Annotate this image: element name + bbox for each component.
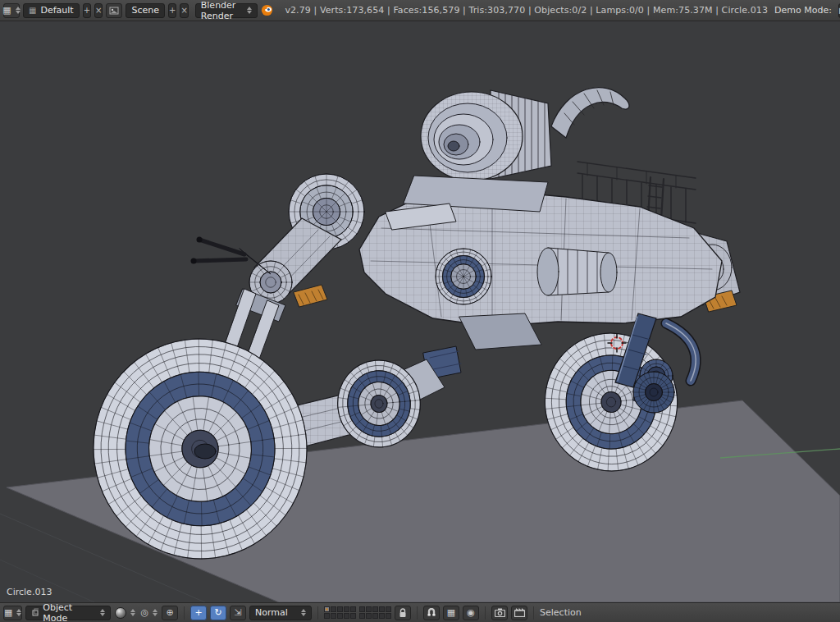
layer-block-1[interactable] xyxy=(324,606,356,619)
info-header: ▦ ▦ Default + × Scene + × Blender Render xyxy=(0,0,840,21)
chevron-updown-icon xyxy=(16,7,21,14)
chevron-updown-icon xyxy=(301,609,306,616)
camera-icon xyxy=(495,608,505,617)
selection-label: Selection xyxy=(540,607,582,618)
layer-cell[interactable] xyxy=(359,613,365,619)
close-layout-button[interactable]: × xyxy=(94,3,103,18)
layer-cell[interactable] xyxy=(331,606,336,612)
editor-grid-icon: ▦ xyxy=(4,607,12,618)
screen-layout-value: Default xyxy=(40,5,73,16)
layer-cell[interactable] xyxy=(372,606,378,612)
lock-to-scene-toggle[interactable] xyxy=(395,606,411,620)
layer-cell[interactable] xyxy=(379,606,385,612)
layout-icon: ▦ xyxy=(29,6,36,15)
editor-grid-icon: ▦ xyxy=(2,5,11,16)
layer-cell[interactable] xyxy=(344,613,349,619)
orientation-value: Normal xyxy=(255,607,288,618)
top-engine[interactable] xyxy=(421,90,551,181)
pivot-align-toggle[interactable]: ⊕ xyxy=(162,606,178,620)
layer-cell[interactable] xyxy=(350,613,356,619)
clapperboard-icon xyxy=(514,608,525,617)
layer-cell[interactable] xyxy=(344,606,349,612)
chevron-updown-icon xyxy=(153,609,158,616)
layer-cell[interactable] xyxy=(331,613,336,619)
rotate-icon: ↻ xyxy=(214,607,221,618)
opengl-render-anim-button[interactable] xyxy=(511,606,527,620)
magnet-icon xyxy=(427,608,436,618)
layer-cell[interactable] xyxy=(386,606,391,612)
brake-disc[interactable] xyxy=(633,372,674,413)
layer-cell[interactable] xyxy=(337,613,343,619)
active-object-label: Circle.013 xyxy=(7,587,52,597)
mode-select[interactable]: Object Mode xyxy=(25,606,111,620)
manipulator-scale-toggle[interactable]: ⇲ xyxy=(230,606,246,620)
close-scene-button[interactable]: × xyxy=(180,3,188,18)
demo-mode-label: Demo Mode: xyxy=(774,5,832,16)
browse-scene-button[interactable] xyxy=(106,3,122,18)
layer-cell[interactable] xyxy=(379,613,385,619)
layer-cell[interactable] xyxy=(366,613,372,619)
scene-statistics: v2.79 | Verts:173,654 | Faces:156,579 | … xyxy=(285,5,768,16)
layer-cell[interactable] xyxy=(386,613,391,619)
chevron-updown-icon xyxy=(130,609,135,616)
pivot-point-select[interactable]: ◎ xyxy=(139,606,158,620)
add-layout-button[interactable]: + xyxy=(83,3,91,18)
mode-value: Object Mode xyxy=(43,602,89,622)
snap-target-select[interactable]: ◉ xyxy=(463,606,479,620)
front-axle-cap xyxy=(194,444,216,459)
chevron-updown-icon xyxy=(100,609,105,616)
manipulator-rotate-toggle[interactable]: ↻ xyxy=(210,606,226,620)
scale-icon: ⇲ xyxy=(234,607,241,618)
render-engine-select[interactable]: Blender Render xyxy=(195,3,258,18)
blender-window: ▦ ▦ Default + × Scene + × Blender Render xyxy=(0,0,840,622)
scene-icon xyxy=(109,6,119,16)
lock-icon xyxy=(399,608,407,618)
screen-layout-select[interactable]: ▦ Default xyxy=(23,3,80,18)
viewport-canvas[interactable] xyxy=(0,21,840,602)
scene-value: Scene xyxy=(131,5,159,16)
layer-cell[interactable] xyxy=(337,606,343,612)
editor-type-button[interactable]: ▦ xyxy=(3,3,20,18)
layer-cell[interactable] xyxy=(366,606,372,612)
blender-logo-icon xyxy=(261,4,273,16)
layer-cell[interactable] xyxy=(324,606,330,612)
side-cylinder[interactable] xyxy=(537,248,617,295)
pivot-align-icon: ⊕ xyxy=(166,607,173,618)
add-scene-button[interactable]: + xyxy=(168,3,176,18)
chevron-updown-icon xyxy=(16,609,21,616)
layer-object-dot xyxy=(326,608,328,611)
view3d-header: ▦ Object Mode ◎ ⊕ + ↻ xyxy=(0,602,840,622)
3d-viewport[interactable]: Circle.013 xyxy=(0,21,840,602)
layer-cell[interactable] xyxy=(324,613,330,619)
opengl-render-button[interactable] xyxy=(491,606,508,620)
object-mode-icon xyxy=(31,608,39,617)
engine-value: Blender Render xyxy=(201,0,236,21)
snap-target-icon: ◉ xyxy=(467,607,475,618)
layer-block-2[interactable] xyxy=(359,606,391,619)
transform-orientation-select[interactable]: Normal xyxy=(249,606,312,620)
snap-toggle[interactable] xyxy=(423,606,440,620)
viewport-shading-select[interactable] xyxy=(114,606,136,620)
snap-element-select[interactable]: ▦ xyxy=(443,606,459,620)
snap-element-icon: ▦ xyxy=(447,607,455,618)
mid-intake-pod[interactable] xyxy=(436,249,491,304)
editor-type-button[interactable]: ▦ xyxy=(3,606,22,620)
pivot-icon: ◎ xyxy=(140,607,148,618)
shading-sphere-icon xyxy=(115,607,126,619)
scene-select[interactable]: Scene xyxy=(126,3,165,18)
chevron-updown-icon xyxy=(247,7,252,14)
layers-widget[interactable] xyxy=(324,606,391,619)
layer-cell[interactable] xyxy=(359,606,365,612)
layer-cell[interactable] xyxy=(372,613,378,619)
manipulator-translate-toggle[interactable]: + xyxy=(190,606,207,620)
layer-cell[interactable] xyxy=(350,606,356,612)
translate-icon: + xyxy=(194,607,202,618)
